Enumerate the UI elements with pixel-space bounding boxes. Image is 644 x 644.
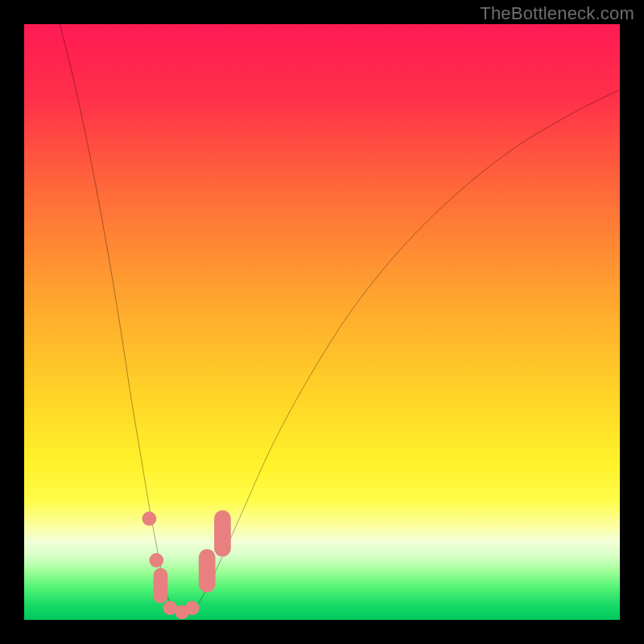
- marker-dot: [185, 601, 200, 615]
- marker-dot: [142, 511, 157, 526]
- curve-markers: [142, 510, 231, 619]
- marker-pill: [199, 549, 216, 592]
- marker-dot: [149, 553, 163, 568]
- marker-pill: [154, 568, 168, 604]
- chart-frame: TheBottleneck.com: [0, 0, 644, 644]
- bottleneck-curve: [60, 24, 620, 617]
- curve-layer: [24, 24, 620, 620]
- watermark-text: TheBottleneck.com: [480, 3, 634, 24]
- plot-area: [24, 24, 620, 620]
- marker-pill: [214, 510, 231, 557]
